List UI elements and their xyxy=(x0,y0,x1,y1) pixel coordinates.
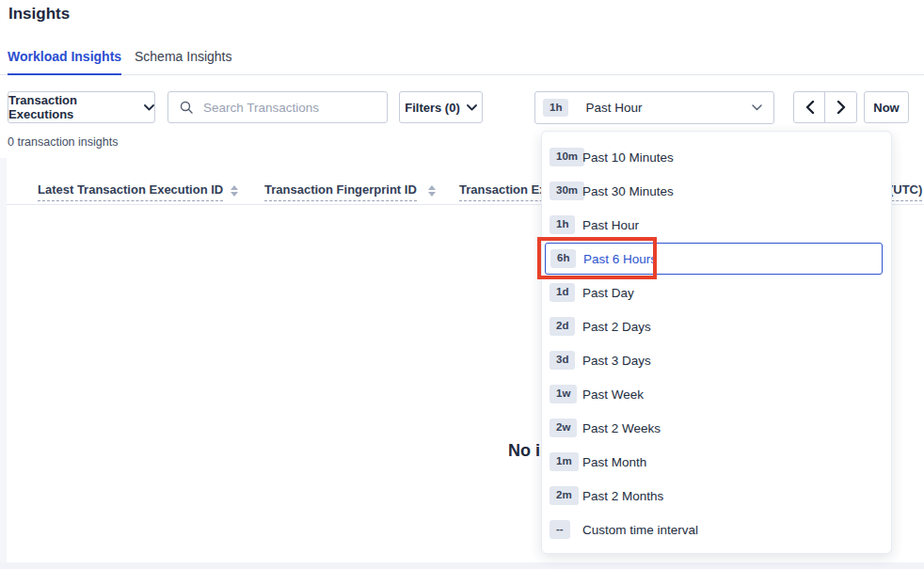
now-button[interactable]: Now xyxy=(864,91,909,123)
filters-label: Filters (0) xyxy=(405,101,460,115)
time-option-label: Past 2 Weeks xyxy=(582,421,661,435)
chevron-down-icon xyxy=(144,104,154,111)
time-badge: 2w xyxy=(550,419,577,437)
time-range-label: Past Hour xyxy=(585,101,642,115)
time-range-badge: 1h xyxy=(543,99,568,118)
time-badge: 1d xyxy=(550,283,575,302)
search-icon xyxy=(180,101,193,114)
time-option-label: Past Day xyxy=(582,286,634,300)
time-range-dropdown: 10m Past 10 Minutes 30m Past 30 Minutes … xyxy=(541,131,892,554)
page-background-band xyxy=(0,562,924,569)
annotation-red-box xyxy=(537,237,657,279)
insights-count: 0 transaction insights xyxy=(8,135,118,149)
filters-button[interactable]: Filters (0) xyxy=(399,91,483,123)
time-option-custom-time-interval[interactable]: -- Custom time interval xyxy=(542,513,891,546)
time-option-label: Past 10 Minutes xyxy=(582,150,674,165)
chevron-right-icon xyxy=(836,101,846,114)
sort-icon[interactable] xyxy=(428,185,437,197)
time-badge: 1m xyxy=(550,452,579,471)
next-time-button[interactable] xyxy=(824,91,857,123)
time-range-button[interactable]: 1h Past Hour xyxy=(534,91,774,124)
time-option-past-3-days[interactable]: 3d Past 3 Days xyxy=(542,343,891,377)
time-badge: 2d xyxy=(550,317,575,336)
tab-bar: Workload Insights Schema Insights xyxy=(0,38,924,75)
time-option-past-day[interactable]: 1d Past Day xyxy=(542,276,891,309)
time-badge: 1h xyxy=(550,215,575,234)
prev-time-button[interactable] xyxy=(793,91,826,123)
time-badge: 30m xyxy=(550,182,584,200)
time-option-past-30-minutes[interactable]: 30m Past 30 Minutes xyxy=(542,174,891,208)
time-option-past-2-months[interactable]: 2m Past 2 Months xyxy=(542,479,891,513)
time-option-past-2-days[interactable]: 2d Past 2 Days xyxy=(542,309,891,343)
time-option-label: Past 2 Months xyxy=(582,489,663,503)
sort-icon[interactable] xyxy=(231,185,239,197)
time-badge: 3d xyxy=(550,351,575,370)
time-badge: -- xyxy=(550,520,570,539)
time-option-past-month[interactable]: 1m Past Month xyxy=(542,445,891,479)
chevron-down-icon xyxy=(752,104,762,111)
time-option-label: Past 30 Minutes xyxy=(582,184,674,198)
time-option-label: Past 2 Days xyxy=(582,320,651,334)
page-title: Insights xyxy=(8,5,70,24)
search-input[interactable] xyxy=(201,100,374,116)
time-option-past-2-weeks[interactable]: 2w Past 2 Weeks xyxy=(542,411,891,445)
time-badge: 10m xyxy=(550,148,584,166)
time-option-past-week[interactable]: 1w Past Week xyxy=(542,377,891,411)
search-box[interactable] xyxy=(167,91,388,123)
time-option-label: Past Week xyxy=(582,387,644,402)
chevron-down-icon xyxy=(467,104,477,111)
time-option-label: Past 3 Days xyxy=(582,354,651,368)
time-option-label: Past Month xyxy=(582,455,646,469)
chevron-left-icon xyxy=(805,101,815,114)
execution-type-selector[interactable]: Transaction Executions xyxy=(8,91,155,123)
execution-type-label: Transaction Executions xyxy=(8,93,137,121)
tab-workload-insights[interactable]: Workload Insights xyxy=(8,38,121,75)
insights-page: Insights Workload Insights Schema Insigh… xyxy=(0,0,924,569)
column-header-transaction-fingerprint-id[interactable]: Transaction Fingerprint ID xyxy=(264,182,417,201)
time-option-past-10-minutes[interactable]: 10m Past 10 Minutes xyxy=(542,140,891,174)
time-badge: 2m xyxy=(550,486,579,505)
column-header-latest-transaction-execution-id[interactable]: Latest Transaction Execution ID xyxy=(38,182,223,201)
time-badge: 1w xyxy=(550,385,577,403)
time-option-label: Past Hour xyxy=(582,218,639,232)
page-background-strip xyxy=(0,158,7,562)
time-option-label: Custom time interval xyxy=(582,523,698,537)
tab-schema-insights[interactable]: Schema Insights xyxy=(135,38,232,75)
